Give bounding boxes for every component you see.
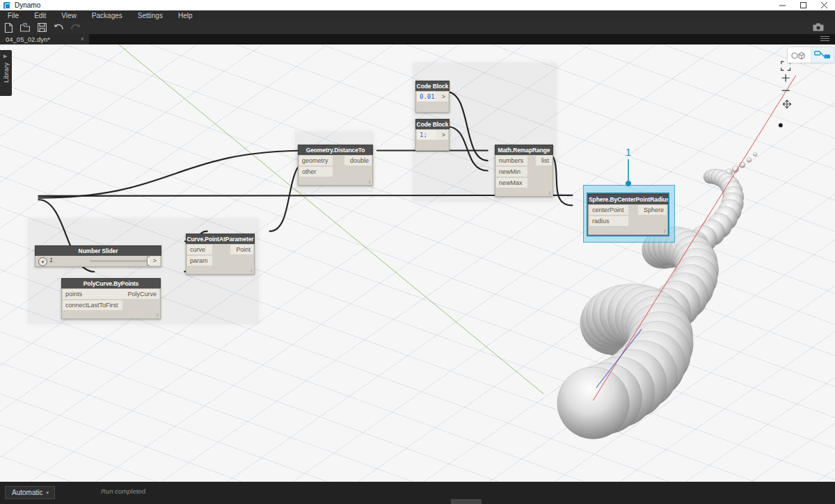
polycurve-bypoints-input-connectLastToFirst[interactable]: connectLastToFirst xyxy=(63,300,122,310)
sphere-bycenterpointradius-outputs: Sphere xyxy=(638,205,667,216)
new-file-icon[interactable] xyxy=(0,22,17,34)
code-block-2-output-port[interactable]: > xyxy=(436,130,448,140)
geometry-distanceto-input-other[interactable]: other xyxy=(299,167,333,177)
save-icon[interactable] xyxy=(33,22,50,34)
wire-0[interactable] xyxy=(38,150,308,197)
curve-pointatparameter-body: curveparamPointi xyxy=(186,244,255,275)
sphere-bycenterpointradius-output-Sphere[interactable]: Sphere xyxy=(638,205,667,215)
code-block-1-body: 0.01;> xyxy=(415,91,450,113)
menu-file[interactable]: File xyxy=(0,10,26,21)
curve-pointatparameter-input-param[interactable]: param xyxy=(187,256,212,266)
polycurve-bypoints-input-points[interactable]: points xyxy=(63,289,122,299)
dynamo-logo-icon xyxy=(3,2,10,9)
math-remaprange-output-list[interactable]: list xyxy=(536,156,552,165)
math-remaprange-inputs: numbersnewMinnewMax xyxy=(496,156,527,189)
library-label: Library xyxy=(2,63,10,83)
view-toggle xyxy=(787,47,834,63)
preview-sphere xyxy=(747,158,752,163)
sphere-bycenterpointradius-inputs: centerPointradius xyxy=(589,205,628,227)
geometry-distanceto-input-geometry[interactable]: geometry xyxy=(299,156,333,165)
tab-04-05-02[interactable]: 04_05_02.dyn* × xyxy=(0,34,89,44)
minimize-button[interactable] xyxy=(772,0,793,10)
polycurve-bypoints[interactable]: PolyCurve.ByPointspointsconnectLastToFir… xyxy=(61,278,161,319)
code-block-1-output-port[interactable]: > xyxy=(436,92,448,101)
curve-pointatparameter[interactable]: Curve.PointAtParametercurveparamPointi xyxy=(186,234,255,275)
geometry-distanceto-body: geometryotherdoublei xyxy=(298,155,373,186)
annotation-1-leader xyxy=(621,158,636,188)
tab-close-icon[interactable]: × xyxy=(81,34,84,44)
polycurve-bypoints-outputs: PolyCurve xyxy=(122,289,159,300)
math-remaprange-input-newMax[interactable]: newMax xyxy=(496,178,527,188)
sphere-bycenterpointradius-header[interactable]: Sphere.ByCenterPointRadius xyxy=(588,194,668,204)
number-slider-value: 1 xyxy=(49,257,53,263)
library-panel-tab[interactable]: ▶ Library xyxy=(0,50,12,96)
sphere-bycenterpointradius-input-radius[interactable]: radius xyxy=(589,216,628,226)
pan-icon[interactable] xyxy=(783,100,791,108)
zoom-in-icon[interactable] xyxy=(782,74,790,82)
run-mode-dropdown[interactable]: Automatic ▾ xyxy=(5,486,55,499)
number-slider-track[interactable] xyxy=(90,260,151,262)
status-bar: Automatic ▾ Run completed. xyxy=(0,482,835,504)
menu-settings[interactable]: Settings xyxy=(130,10,170,21)
math-remaprange[interactable]: Math.RemapRangenumbersnewMinnewMaxlisti xyxy=(495,145,553,197)
math-remaprange-input-newMin[interactable]: newMin xyxy=(496,167,527,177)
curve-pointatparameter-output-Point[interactable]: Point xyxy=(230,245,253,254)
polycurve-bypoints-header[interactable]: PolyCurve.ByPoints xyxy=(61,278,161,288)
menu-view[interactable]: View xyxy=(54,10,84,21)
geometry-distanceto-lacing-indicator[interactable]: i xyxy=(369,179,370,185)
code-block-2-header[interactable]: Code Block xyxy=(415,119,450,129)
tab-row: 04_05_02.dyn* × xyxy=(0,34,835,44)
sphere-bycenterpointradius-body: centerPointradiusSpherei xyxy=(588,204,668,235)
window-title: Dynamo xyxy=(15,1,40,9)
preview-sphere xyxy=(753,152,756,156)
graph-view-icon[interactable] xyxy=(811,47,834,63)
curve-pointatparameter-header[interactable]: Curve.PointAtParameter xyxy=(186,234,255,244)
geometry-view-icon[interactable] xyxy=(788,47,811,63)
polycurve-bypoints-lacing-indicator[interactable]: i xyxy=(157,312,158,318)
tab-label: 04_05_02.dyn* xyxy=(6,35,50,43)
menu-packages[interactable]: Packages xyxy=(84,10,130,21)
redo-icon[interactable] xyxy=(67,22,84,34)
menu-edit[interactable]: Edit xyxy=(26,10,54,21)
maximize-button[interactable] xyxy=(793,0,814,10)
sphere-bycenterpointradius-lacing-indicator[interactable]: i xyxy=(664,228,665,234)
geometry-distanceto-header[interactable]: Geometry.DistanceTo xyxy=(298,145,373,155)
math-remaprange-lacing-indicator[interactable]: i xyxy=(549,190,550,196)
sphere-bycenterpointradius-input-centerPoint[interactable]: centerPoint xyxy=(589,205,628,215)
menu-help[interactable]: Help xyxy=(170,10,200,21)
curve-pointatparameter-input-curve[interactable]: curve xyxy=(187,245,212,254)
preview-sphere xyxy=(557,367,629,439)
code-block-2[interactable]: Code Block1;> xyxy=(415,119,450,151)
sphere-bycenterpointradius[interactable]: Sphere.ByCenterPointRadiuscenterPointrad… xyxy=(588,194,668,235)
annotation-1-label: 1 xyxy=(621,146,636,158)
math-remaprange-body: numbersnewMinnewMaxlisti xyxy=(495,155,553,197)
chevron-down-icon[interactable]: ▾ xyxy=(38,257,47,266)
number-slider[interactable]: Number Slider▾1> xyxy=(35,245,161,267)
workspace-canvas[interactable]: Code Block0.01;>Code Block1;>Geometry.Di… xyxy=(0,44,835,482)
export-workspace-camera-icon[interactable] xyxy=(810,21,827,33)
curve-pointatparameter-inputs: curveparam xyxy=(187,245,212,267)
number-slider-output-port[interactable]: > xyxy=(150,257,160,266)
geometry-distanceto-output-double[interactable]: double xyxy=(344,156,372,165)
number-slider-body: ▾1> xyxy=(35,256,161,267)
number-slider-header[interactable]: Number Slider xyxy=(35,245,161,256)
math-remaprange-outputs: list xyxy=(536,156,552,167)
curve-pointatparameter-lacing-indicator[interactable]: i xyxy=(250,268,252,274)
code-block-1-header[interactable]: Code Block xyxy=(415,81,450,91)
toolbar xyxy=(0,21,835,34)
open-file-icon[interactable] xyxy=(17,22,33,34)
math-remaprange-input-numbers[interactable]: numbers xyxy=(496,156,527,165)
menubar: FileEditViewPackagesSettingsHelp xyxy=(0,10,835,21)
workspace-menu-icon[interactable] xyxy=(820,36,829,42)
math-remaprange-header[interactable]: Math.RemapRange xyxy=(495,145,553,155)
dynamo-window: { "window": { "title": "Dynamo" }, "menu… xyxy=(0,0,835,504)
close-button[interactable] xyxy=(814,0,835,10)
polycurve-bypoints-inputs: pointsconnectLastToFirst xyxy=(63,289,122,311)
code-block-1[interactable]: Code Block0.01;> xyxy=(415,81,450,113)
polycurve-bypoints-output-PolyCurve[interactable]: PolyCurve xyxy=(122,289,159,299)
chevron-down-icon: ▾ xyxy=(46,487,49,499)
run-status-message: Run completed. xyxy=(101,487,148,495)
undo-icon[interactable] xyxy=(50,22,67,34)
geometry-distanceto[interactable]: Geometry.DistanceTogeometryotherdoublei xyxy=(298,145,373,186)
polycurve-bypoints-body: pointsconnectLastToFirstPolyCurvei xyxy=(61,288,161,319)
